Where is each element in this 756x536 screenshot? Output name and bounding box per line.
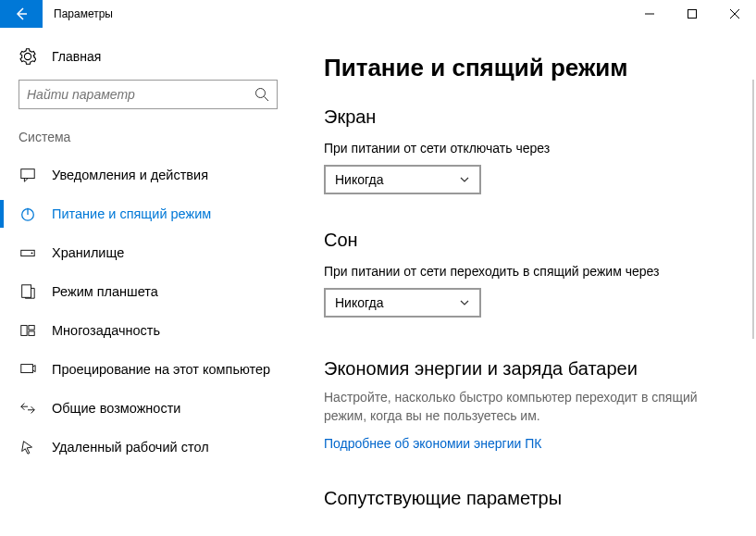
sidebar-item-power-sleep[interactable]: Питание и спящий режим	[0, 194, 296, 233]
search-field[interactable]	[27, 87, 254, 102]
sidebar-item-label: Удаленный рабочий стол	[52, 440, 209, 455]
tablet-icon	[19, 283, 37, 300]
power-icon	[19, 206, 37, 222]
screen-heading: Экран	[324, 106, 728, 128]
main-content: Питание и спящий режим Экран При питании…	[296, 28, 756, 536]
svg-rect-7	[21, 326, 27, 336]
back-button[interactable]	[0, 0, 43, 28]
dropdown-value: Никогда	[335, 295, 383, 310]
svg-rect-9	[29, 331, 34, 336]
sidebar-item-multitasking[interactable]: Многозадачность	[0, 311, 296, 350]
related-heading: Сопутствующие параметры	[324, 488, 728, 509]
minimize-button[interactable]	[628, 0, 671, 28]
close-button[interactable]	[713, 0, 756, 28]
screen-off-dropdown[interactable]: Никогда	[324, 165, 481, 194]
sidebar-item-label: Хранилище	[52, 245, 124, 260]
svg-point-5	[31, 253, 33, 255]
dropdown-value: Никогда	[335, 172, 383, 187]
sidebar-item-label: Проецирование на этот компьютер	[52, 362, 270, 377]
sidebar-item-tablet-mode[interactable]: Режим планшета	[0, 272, 296, 311]
sidebar-item-projecting[interactable]: Проецирование на этот компьютер	[0, 350, 296, 389]
sidebar-item-notifications[interactable]: Уведомления и действия	[0, 156, 296, 194]
battery-heading: Экономия энергии и заряда батареи	[324, 358, 728, 380]
sidebar-item-label: Уведомления и действия	[52, 168, 208, 182]
scrollbar-thumb[interactable]	[752, 80, 754, 339]
message-icon	[19, 167, 37, 183]
sleep-heading: Сон	[324, 230, 728, 251]
close-icon	[730, 9, 739, 19]
svg-rect-8	[29, 326, 34, 330]
svg-point-1	[256, 89, 266, 98]
battery-learn-more-link[interactable]: Подробнее об экономии энергии ПК	[324, 436, 541, 451]
storage-icon	[19, 244, 37, 261]
maximize-icon	[688, 9, 697, 19]
sidebar-item-label: Режим планшета	[52, 284, 158, 299]
shared-icon	[19, 400, 37, 417]
sidebar-item-label: Многозадачность	[52, 323, 160, 338]
sidebar-item-remote-desktop[interactable]: Удаленный рабочий стол	[0, 428, 296, 467]
maximize-button[interactable]	[671, 0, 713, 28]
svg-rect-2	[21, 169, 34, 179]
gear-icon	[19, 48, 37, 65]
sleep-dropdown[interactable]: Никогда	[324, 288, 481, 318]
scrollbar[interactable]	[750, 80, 756, 536]
battery-description: Настройте, насколько быстро компьютер пе…	[324, 389, 713, 425]
home-label: Главная	[52, 49, 101, 64]
titlebar: Параметры	[0, 0, 756, 28]
chevron-down-icon	[459, 297, 470, 308]
svg-rect-10	[21, 365, 33, 373]
sidebar-item-label: Питание и спящий режим	[52, 206, 211, 221]
page-title: Питание и спящий режим	[324, 54, 728, 82]
sidebar-item-label: Общие возможности	[52, 401, 180, 416]
minimize-icon	[645, 9, 654, 19]
window-title: Параметры	[43, 0, 124, 28]
project-icon	[19, 361, 37, 378]
search-icon	[254, 87, 269, 102]
screen-off-label: При питании от сети отключать через	[324, 141, 728, 156]
svg-rect-6	[22, 285, 31, 298]
sidebar-item-storage[interactable]: Хранилище	[0, 233, 296, 272]
window-controls	[628, 0, 756, 28]
multitask-icon	[19, 322, 37, 339]
home-link[interactable]: Главная	[0, 41, 296, 80]
chevron-down-icon	[459, 174, 470, 185]
arrow-left-icon	[14, 6, 29, 21]
sidebar-group-label: Система	[0, 130, 296, 156]
sidebar: Главная Система Уведомления и действия П…	[0, 28, 296, 536]
remote-icon	[19, 439, 37, 455]
svg-rect-0	[688, 10, 697, 19]
search-input[interactable]	[19, 80, 278, 109]
sleep-label: При питании от сети переходить в спящий …	[324, 264, 728, 279]
sidebar-item-shared[interactable]: Общие возможности	[0, 389, 296, 428]
